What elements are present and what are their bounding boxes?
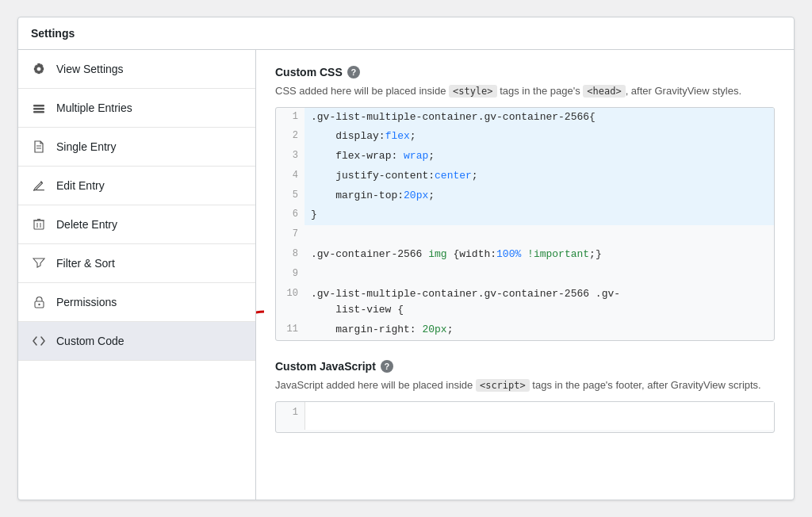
code-line-9: 9 <box>276 265 774 285</box>
css-code-lines: 1 .gv-list-multiple-container.gv-contain… <box>276 108 774 341</box>
gear-icon <box>31 61 47 77</box>
sidebar-item-filter-sort-label: Filter & Sort <box>56 257 115 270</box>
svg-point-12 <box>38 304 40 305</box>
js-section-desc: JavaScript added here will be placed ins… <box>275 377 775 393</box>
sidebar-item-permissions[interactable]: Permissions <box>18 283 255 322</box>
sidebar-item-filter-sort[interactable]: Filter & Sort <box>18 244 255 283</box>
sidebar-item-custom-code[interactable]: Custom Code <box>18 322 255 361</box>
sidebar-item-view-settings-label: View Settings <box>56 63 124 75</box>
trash-icon <box>31 216 47 232</box>
code-line-5: 5 margin-top:20px; <box>276 186 774 206</box>
sidebar-item-edit-entry[interactable]: Edit Entry <box>18 167 255 205</box>
sidebar: View Settings Multiple Entries <box>18 50 256 500</box>
sidebar-item-delete-entry-label: Delete Entry <box>56 218 117 231</box>
layers-icon <box>31 100 47 116</box>
js-help-icon[interactable]: ? <box>381 360 393 373</box>
code-icon <box>31 333 47 349</box>
sidebar-item-delete-entry[interactable]: Delete Entry <box>18 205 255 244</box>
code-line-10: 10 .gv-list-multiple-container.gv-contai… <box>276 285 774 321</box>
js-section: Custom JavaScript ? JavaScript added her… <box>275 360 775 433</box>
sidebar-item-multiple-entries[interactable]: Multiple Entries <box>18 89 255 128</box>
settings-panel: Settings View Settings <box>17 17 795 500</box>
settings-body: View Settings Multiple Entries <box>18 50 794 500</box>
code-line-2: 2 display:flex; <box>276 127 774 147</box>
css-section-title: Custom CSS ? <box>275 66 775 79</box>
js-code-editor[interactable]: 1 <box>275 401 775 433</box>
css-section-desc: CSS added here will be placed inside <st… <box>275 83 775 99</box>
edit-icon <box>31 178 47 193</box>
svg-rect-1 <box>33 108 44 110</box>
sidebar-item-view-settings[interactable]: View Settings <box>18 50 255 89</box>
sidebar-item-single-entry-label: Single Entry <box>56 140 116 153</box>
code-line-8: 8 .gv-container-2566 img {width:100% !im… <box>276 245 774 265</box>
code-line-7: 7 <box>276 225 774 245</box>
svg-rect-5 <box>33 190 44 190</box>
file-icon <box>31 139 47 155</box>
js-code-line-1: 1 <box>276 402 774 430</box>
svg-rect-2 <box>33 111 44 113</box>
code-line-11: 11 margin-right: 20px; <box>276 320 774 340</box>
code-line-6: 6 } <box>276 205 774 225</box>
code-line-1: 1 .gv-list-multiple-container.gv-contain… <box>276 108 774 128</box>
filter-icon <box>31 255 47 271</box>
sidebar-item-permissions-label: Permissions <box>56 296 117 308</box>
sidebar-item-edit-entry-label: Edit Entry <box>56 179 105 192</box>
css-help-icon[interactable]: ? <box>347 66 360 79</box>
main-content: Custom CSS ? CSS added here will be plac… <box>256 50 794 500</box>
lock-icon <box>31 294 47 310</box>
panel-title: Settings <box>18 17 794 50</box>
svg-rect-6 <box>34 220 44 229</box>
sidebar-item-single-entry[interactable]: Single Entry <box>18 128 255 167</box>
code-line-3: 3 flex-wrap: wrap; <box>276 147 774 167</box>
css-section: Custom CSS ? CSS added here will be plac… <box>275 66 775 341</box>
sidebar-item-multiple-entries-label: Multiple Entries <box>56 101 132 114</box>
svg-rect-0 <box>33 105 44 107</box>
css-code-editor[interactable]: 1 .gv-list-multiple-container.gv-contain… <box>275 107 775 342</box>
js-section-title: Custom JavaScript ? <box>275 360 775 373</box>
code-line-4: 4 justify-content:center; <box>276 167 774 186</box>
sidebar-item-custom-code-label: Custom Code <box>56 335 124 347</box>
